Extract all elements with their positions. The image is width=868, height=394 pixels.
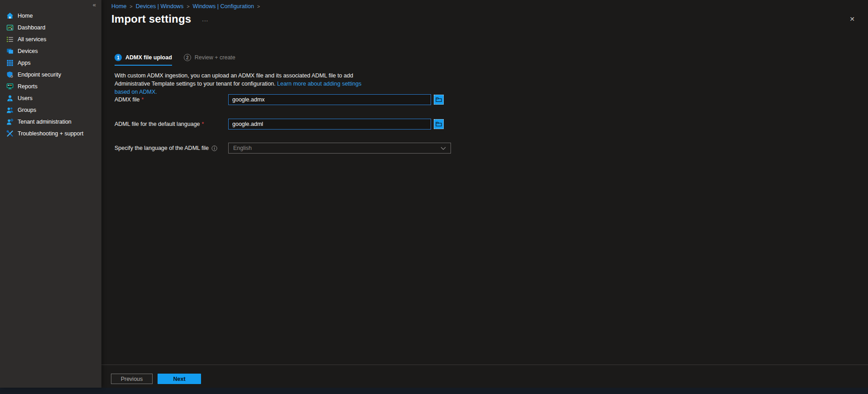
adml-language-row: Specify the language of the ADML file En… bbox=[115, 143, 451, 154]
adml-file-row: ADML file for the default language * bbox=[115, 119, 444, 130]
sidebar-collapse-icon[interactable]: « bbox=[93, 1, 96, 8]
sidebar-item-all-services[interactable]: All services bbox=[0, 34, 101, 45]
adml-language-dropdown[interactable]: English bbox=[228, 143, 451, 154]
folder-icon bbox=[436, 121, 442, 127]
chevron-down-icon bbox=[441, 147, 446, 150]
sidebar-item-troubleshooting[interactable]: Troubleshooting + support bbox=[0, 128, 101, 139]
breadcrumb-link-home[interactable]: Home bbox=[111, 3, 126, 10]
window-bottom-strip bbox=[0, 388, 868, 394]
breadcrumb: Home>Devices | Windows>Windows | Configu… bbox=[111, 3, 263, 10]
app-window: « Home Dashboard bbox=[0, 0, 868, 394]
sidebar-item-label: Groups bbox=[18, 107, 36, 113]
adml-file-input[interactable] bbox=[228, 119, 431, 130]
sidebar: « Home Dashboard bbox=[0, 0, 101, 388]
tab-label: Review + create bbox=[195, 54, 235, 61]
tab-label: ADMX file upload bbox=[125, 54, 172, 61]
tab-review-create[interactable]: 2 Review + create bbox=[184, 54, 235, 61]
sidebar-item-reports[interactable]: Reports bbox=[0, 81, 101, 92]
sidebar-item-tenant-administration[interactable]: Tenant administration bbox=[0, 116, 101, 128]
required-marker: * bbox=[142, 96, 144, 103]
sidebar-item-label: Tenant administration bbox=[18, 119, 72, 125]
sidebar-item-endpoint-security[interactable]: Endpoint security bbox=[0, 69, 101, 81]
sidebar-item-label: Home bbox=[18, 13, 33, 19]
page-description: With custom ADMX ingestion, you can uplo… bbox=[115, 72, 371, 96]
reports-icon bbox=[6, 83, 14, 90]
footer-divider bbox=[101, 365, 868, 365]
sidebar-item-users[interactable]: Users bbox=[0, 92, 101, 104]
adml-file-label: ADML file for the default language * bbox=[115, 121, 228, 127]
step-number-badge: 2 bbox=[184, 54, 191, 61]
breadcrumb-separator: > bbox=[187, 4, 189, 9]
breadcrumb-separator: > bbox=[129, 4, 132, 9]
adml-browse-button[interactable] bbox=[434, 119, 444, 129]
close-icon[interactable]: ✕ bbox=[848, 15, 856, 23]
sidebar-item-label: Endpoint security bbox=[18, 72, 61, 78]
sidebar-item-label: Apps bbox=[18, 60, 31, 66]
breadcrumb-link-devices-windows[interactable]: Devices | Windows bbox=[136, 3, 183, 10]
sidebar-item-label: Troubleshooting + support bbox=[18, 130, 83, 137]
more-options-icon[interactable]: ... bbox=[202, 16, 208, 23]
folder-icon bbox=[436, 97, 442, 102]
breadcrumb-link-windows-configuration[interactable]: Windows | Configuration bbox=[193, 3, 254, 10]
all-services-icon bbox=[6, 36, 14, 43]
breadcrumb-separator: > bbox=[257, 4, 260, 9]
groups-icon bbox=[6, 106, 14, 114]
admx-file-input[interactable] bbox=[228, 94, 431, 105]
sidebar-item-label: Users bbox=[18, 95, 33, 101]
admx-file-row: ADMX file * bbox=[115, 94, 444, 105]
sidebar-item-label: Dashboard bbox=[18, 24, 45, 31]
users-icon bbox=[6, 95, 14, 102]
sidebar-nav: Home Dashboard All services bbox=[0, 0, 101, 139]
sidebar-item-apps[interactable]: Apps bbox=[0, 57, 101, 69]
devices-icon bbox=[6, 48, 14, 55]
home-icon bbox=[6, 12, 14, 19]
info-icon[interactable] bbox=[211, 145, 217, 151]
tab-admx-file-upload[interactable]: 1 ADMX file upload bbox=[115, 54, 172, 66]
field-label-text: ADML file for the default language bbox=[115, 121, 200, 127]
sidebar-item-home[interactable]: Home bbox=[0, 10, 101, 22]
troubleshooting-icon bbox=[6, 130, 14, 137]
page-title: Import settings bbox=[111, 13, 191, 25]
step-number-badge: 1 bbox=[115, 54, 122, 61]
main-content: Home>Devices | Windows>Windows | Configu… bbox=[101, 0, 868, 388]
sidebar-item-label: Reports bbox=[18, 83, 38, 90]
previous-button[interactable]: Previous bbox=[111, 374, 153, 384]
next-button[interactable]: Next bbox=[158, 374, 201, 384]
admx-browse-button[interactable] bbox=[434, 95, 444, 105]
admx-file-label: ADMX file * bbox=[115, 96, 228, 103]
dropdown-selected-value: English bbox=[233, 145, 252, 151]
sidebar-item-label: All services bbox=[18, 36, 46, 43]
endpoint-security-icon bbox=[6, 71, 14, 78]
tenant-administration-icon bbox=[6, 118, 14, 125]
sidebar-item-label: Devices bbox=[18, 48, 38, 54]
required-marker: * bbox=[202, 121, 204, 127]
field-label-text: ADMX file bbox=[115, 96, 140, 103]
field-label-text: Specify the language of the ADML file bbox=[115, 145, 209, 151]
sidebar-item-groups[interactable]: Groups bbox=[0, 104, 101, 116]
sidebar-item-dashboard[interactable]: Dashboard bbox=[0, 22, 101, 34]
apps-icon bbox=[6, 59, 14, 67]
adml-language-label: Specify the language of the ADML file bbox=[115, 145, 228, 151]
wizard-steps: 1 ADMX file upload 2 Review + create bbox=[115, 54, 235, 66]
dashboard-icon bbox=[6, 24, 14, 31]
sidebar-item-devices[interactable]: Devices bbox=[0, 45, 101, 57]
